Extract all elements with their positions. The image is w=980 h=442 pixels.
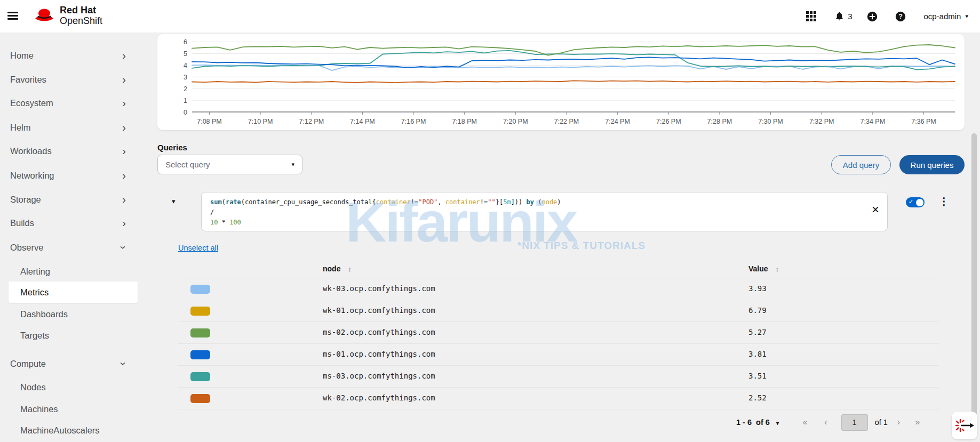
query-kebab-menu-icon[interactable]: ⋮ (939, 195, 949, 207)
sidebar-item-builds[interactable]: Builds › (0, 212, 138, 234)
add-query-button[interactable]: Add query (831, 155, 891, 174)
query-results-table: node ↕ Value ↕ wk-03.ocp.comfythings.com… (178, 261, 939, 409)
table-row[interactable]: ms-01.ocp.comfythings.com 3.81 (178, 344, 939, 366)
svg-text:4: 4 (184, 62, 187, 69)
sidebar-item-ecosystem[interactable]: Ecosystem › (0, 92, 138, 114)
pagination-last-icon[interactable]: » (915, 417, 920, 427)
sidebar-item-metrics-active[interactable]: Metrics (9, 282, 138, 303)
pagination-prev-icon[interactable]: ‹ (824, 417, 827, 427)
node-cell: wk-02.ocp.comfythings.com (323, 393, 435, 402)
sidebar-group-observe[interactable]: Observe › (0, 237, 138, 258)
node-cell: wk-03.ocp.comfythings.com (323, 284, 435, 293)
brand-line1: Red Hat (60, 5, 102, 15)
nav-toggle-hamburger-icon[interactable] (7, 12, 18, 20)
table-row[interactable]: wk-03.ocp.comfythings.com 3.93 (178, 278, 939, 300)
sidebar-item-workloads[interactable]: Workloads › (0, 140, 138, 162)
sidebar-item-machines[interactable]: Machines (0, 398, 138, 420)
query-expand-caret-icon[interactable]: ▾ (172, 197, 176, 205)
sidebar-item-home[interactable]: Home › (0, 45, 138, 66)
svg-text:7:28 PM: 7:28 PM (707, 118, 732, 125)
pagination-page-input[interactable]: 1 (841, 414, 868, 431)
table-row[interactable]: wk-01.ocp.comfythings.com 6.79 (178, 300, 939, 322)
table-row[interactable]: ms-02.ocp.comfythings.com 5.27 (178, 322, 939, 344)
chevron-right-icon: › (122, 50, 126, 61)
table-row[interactable]: wk-02.ocp.comfythings.com 2.52 (178, 388, 939, 409)
svg-text:7:12 PM: 7:12 PM (299, 118, 324, 125)
masthead: Red Hat OpenShift 3 ? oc (0, 0, 980, 33)
series-color-swatch[interactable] (190, 285, 210, 294)
chevron-down-icon: ▾ (776, 420, 779, 427)
select-query-dropdown[interactable]: Select query ▾ (157, 155, 302, 174)
run-queries-button[interactable]: Run queries (899, 155, 965, 174)
sidebar-item-dashboards[interactable]: Dashboards (0, 303, 138, 325)
sidebar-item-favorites[interactable]: Favorites › (0, 69, 138, 90)
sort-icon[interactable]: ↕ (775, 265, 779, 273)
value-cell: 3.81 (748, 350, 767, 358)
pagination-summary-dropdown[interactable]: 1 - 6 of 6 ▾ (736, 418, 779, 427)
node-cell: ms-03.ocp.comfythings.com (323, 372, 435, 380)
chevron-right-icon: › (122, 146, 126, 156)
pagination-next-icon[interactable]: › (897, 417, 900, 427)
series-color-swatch[interactable] (190, 372, 210, 381)
sidebar-item-helm[interactable]: Helm › (0, 117, 138, 138)
bell-icon (834, 11, 844, 21)
svg-text:7:18 PM: 7:18 PM (452, 118, 477, 125)
series-color-swatch[interactable] (190, 307, 210, 316)
pagination-first-icon[interactable]: « (802, 417, 807, 427)
node-cell: wk-01.ocp.comfythings.com (323, 306, 435, 315)
sidebar-item-storage[interactable]: Storage › (0, 189, 138, 210)
svg-text:1: 1 (184, 97, 187, 105)
brand-logo: Red Hat OpenShift (33, 5, 102, 26)
svg-text:7:16 PM: 7:16 PM (401, 118, 426, 125)
query-close-icon[interactable]: × (872, 203, 879, 216)
series-color-swatch[interactable] (190, 350, 210, 359)
column-header-node[interactable]: node ↕ (323, 264, 352, 273)
svg-text:5: 5 (184, 50, 187, 58)
chevron-down-icon: › (119, 246, 130, 250)
svg-text:3: 3 (184, 74, 187, 81)
sidebar-item-machineautoscalers[interactable]: MachineAutoscalers (0, 420, 138, 441)
svg-text:7:36 PM: 7:36 PM (911, 118, 936, 125)
svg-text:7:26 PM: 7:26 PM (656, 118, 681, 125)
help-question-icon[interactable]: ? (893, 0, 909, 33)
import-yaml-plus-icon[interactable] (864, 0, 880, 33)
query-expression-input[interactable]: sum(rate(container_cpu_usage_seconds_tot… (201, 192, 888, 231)
kifarunix-watermark-subtext: *NIX TIPS & TUTORIALS (507, 240, 646, 252)
metrics-line-chart[interactable]: 01234567:08 PM7:10 PM7:12 PM7:14 PM7:16 … (157, 34, 965, 130)
chevron-right-icon: › (122, 74, 126, 85)
svg-text:7:32 PM: 7:32 PM (809, 118, 834, 125)
sidebar-item-alerting[interactable]: Alerting (0, 261, 138, 282)
series-color-swatch[interactable] (190, 328, 210, 337)
series-color-swatch[interactable] (190, 394, 210, 403)
svg-text:6: 6 (184, 38, 187, 46)
sidebar-item-nodes[interactable]: Nodes (0, 376, 138, 398)
sort-icon[interactable]: ↕ (348, 265, 352, 273)
notifications-bell[interactable]: 3 (830, 0, 857, 33)
svg-text:7:14 PM: 7:14 PM (350, 118, 375, 125)
queries-section-title: Queries (157, 143, 187, 152)
svg-text:7:20 PM: 7:20 PM (503, 118, 528, 125)
app-launcher-grid-icon[interactable] (803, 0, 819, 33)
svg-text:?: ? (898, 13, 903, 20)
check-icon: ✓ (909, 198, 913, 205)
sidebar-group-compute[interactable]: Compute › (0, 353, 138, 374)
unselect-all-link[interactable]: Unselect all (178, 244, 218, 252)
svg-text:0: 0 (184, 109, 187, 116)
svg-text:7:30 PM: 7:30 PM (758, 118, 783, 125)
value-cell: 5.27 (748, 328, 767, 336)
query-enabled-toggle[interactable]: ✓ (906, 197, 925, 207)
sidebar-item-networking[interactable]: Networking › (0, 165, 138, 186)
sidebar-item-targets[interactable]: Targets (0, 325, 138, 346)
notification-count: 3 (848, 12, 852, 21)
svg-text:7:34 PM: 7:34 PM (861, 118, 886, 125)
vertical-scrollbar[interactable] (971, 133, 977, 433)
user-menu[interactable]: ocp-admin ▾ (923, 0, 968, 33)
red-hat-fedora-icon (33, 6, 55, 25)
sidebar-nav: Home › Favorites › Ecosystem › Helm › Wo… (0, 33, 138, 442)
column-header-value[interactable]: Value ↕ (748, 264, 779, 273)
svg-text:7:08 PM: 7:08 PM (197, 118, 222, 125)
node-cell: ms-02.ocp.comfythings.com (323, 328, 435, 336)
click-burst-arrow-icon (954, 415, 975, 436)
table-row[interactable]: ms-03.ocp.comfythings.com 3.51 (178, 366, 939, 388)
chevron-down-icon: ▾ (965, 13, 968, 20)
